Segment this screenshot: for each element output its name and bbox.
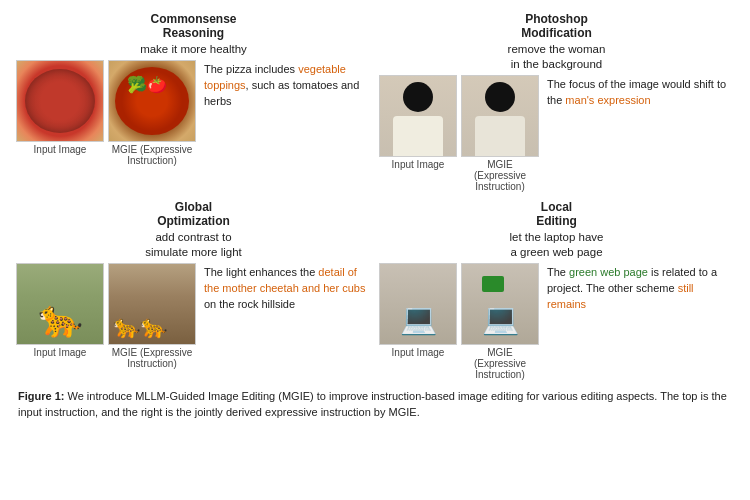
label-output-local: MGIE (Expressive Instruction) xyxy=(461,347,539,380)
label-input-commonsense: Input Image xyxy=(16,144,104,166)
person-input-img xyxy=(379,75,457,157)
cheetah-output-img xyxy=(108,263,196,345)
cell-top-left: Commonsense Reasoning make it more healt… xyxy=(16,12,371,192)
pizza-output-img xyxy=(108,60,196,142)
label-input-photoshop: Input Image xyxy=(379,159,457,192)
laptop-input-img xyxy=(379,263,457,345)
instruction-photoshop: remove the woman in the background xyxy=(379,42,734,72)
labels-local: Input Image MGIE (Expressive Instruction… xyxy=(379,347,734,380)
image-laptop-input xyxy=(379,263,457,345)
laptop-output-img xyxy=(461,263,539,345)
image-cheetah-output xyxy=(108,263,196,345)
labels-global: Input Image MGIE (Expressive Instruction… xyxy=(16,347,371,369)
instruction-global: add contrast to simulate more light xyxy=(16,230,371,260)
instruction-commonsense: make it more healthy xyxy=(16,42,371,57)
instruction-local: let the laptop have a green web page xyxy=(379,230,734,260)
pizza-input-img xyxy=(16,60,104,142)
labels-commonsense: Input Image MGIE (Expressive Instruction… xyxy=(16,144,371,166)
desc-global-end: on the rock hillside xyxy=(204,298,295,310)
image-person-output xyxy=(461,75,539,157)
cheetah-input-img xyxy=(16,263,104,345)
desc-photoshop: The focus of the image would shift to th… xyxy=(543,75,734,111)
title-local: Local Editing xyxy=(379,200,734,228)
label-input-local: Input Image xyxy=(379,347,457,380)
shirt-1 xyxy=(393,116,443,156)
title-photoshop: Photoshop Modification xyxy=(379,12,734,40)
desc-commonsense-plain: The pizza includes xyxy=(204,63,298,75)
title-global: Global Optimization xyxy=(16,200,371,228)
image-cheetah-input xyxy=(16,263,104,345)
image-person-input xyxy=(379,75,457,157)
label-input-global: Input Image xyxy=(16,347,104,369)
desc-local-plain: The xyxy=(547,266,569,278)
image-pizza-input xyxy=(16,60,104,142)
page: Commonsense Reasoning make it more healt… xyxy=(0,0,750,500)
label-output-commonsense: MGIE (Expressive Instruction) xyxy=(108,144,196,166)
desc-global: The light enhances the detail of the mot… xyxy=(200,263,371,315)
desc-local: The green web page is related to a proje… xyxy=(543,263,734,315)
content-global: The light enhances the detail of the mot… xyxy=(16,263,371,345)
person-output-img xyxy=(461,75,539,157)
face-blur-2 xyxy=(485,82,515,112)
content-local: The green web page is related to a proje… xyxy=(379,263,734,345)
image-pizza-output xyxy=(108,60,196,142)
desc-photoshop-highlight: man's expression xyxy=(565,94,650,106)
content-photoshop: The focus of the image would shift to th… xyxy=(379,75,734,157)
content-commonsense: The pizza includes vegetable toppings, s… xyxy=(16,60,371,142)
labels-photoshop: Input Image MGIE (Expressive Instruction… xyxy=(379,159,734,192)
figure-caption: Figure 1: We introduce MLLM-Guided Image… xyxy=(16,388,734,421)
main-grid: Commonsense Reasoning make it more healt… xyxy=(16,12,734,380)
title-commonsense: Commonsense Reasoning xyxy=(16,12,371,40)
desc-commonsense: The pizza includes vegetable toppings, s… xyxy=(200,60,371,112)
shirt-2 xyxy=(475,116,525,156)
desc-local-highlight1: green web page xyxy=(569,266,648,278)
caption-label: Figure 1: xyxy=(18,390,64,402)
image-laptop-output xyxy=(461,263,539,345)
cell-bottom-right: Local Editing let the laptop have a gree… xyxy=(379,200,734,380)
cell-bottom-left: Global Optimization add contrast to simu… xyxy=(16,200,371,380)
label-output-global: MGIE (Expressive Instruction) xyxy=(108,347,196,369)
label-output-photoshop: MGIE (Expressive Instruction) xyxy=(461,159,539,192)
cell-top-right: Photoshop Modification remove the woman … xyxy=(379,12,734,192)
desc-global-plain: The light enhances the xyxy=(204,266,318,278)
face-blur-1 xyxy=(403,82,433,112)
caption-text: We introduce MLLM-Guided Image Editing (… xyxy=(18,390,727,419)
